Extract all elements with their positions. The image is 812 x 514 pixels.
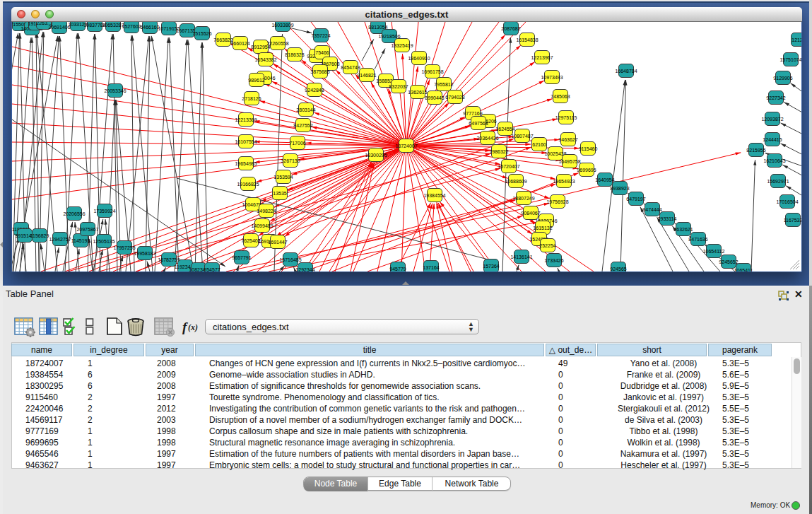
svg-text:f: f	[182, 320, 188, 334]
svg-text:(x): (x)	[188, 322, 198, 332]
